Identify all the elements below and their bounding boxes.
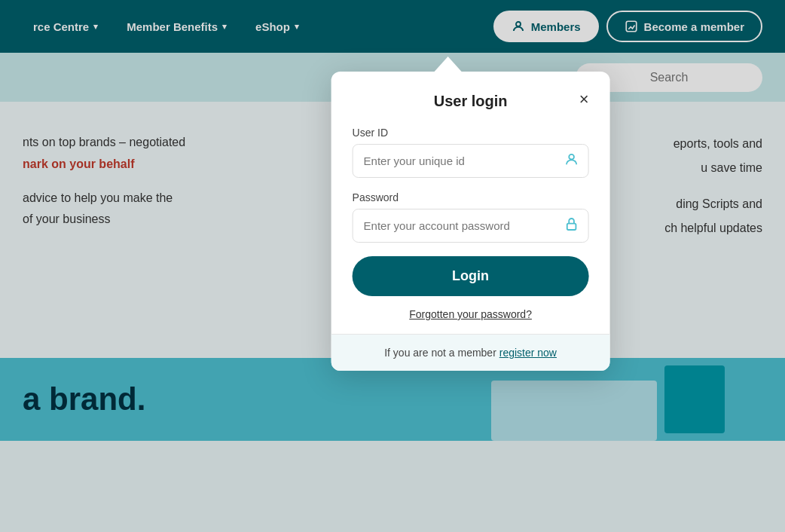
password-form-group: Password [353, 191, 589, 243]
userid-label: User ID [353, 127, 589, 139]
lock-icon [564, 216, 579, 235]
register-now-link[interactable]: register now [499, 347, 557, 359]
modal-arrow [435, 57, 462, 72]
svg-point-2 [569, 154, 574, 159]
userid-form-group: User ID [353, 127, 589, 178]
password-input[interactable] [353, 209, 589, 243]
user-icon [564, 151, 579, 170]
modal-header: User login × [353, 93, 589, 110]
modal-close-button[interactable]: × [579, 91, 589, 108]
login-modal: User login × User ID Password [331, 72, 610, 371]
modal-title: User login [434, 93, 508, 110]
forgot-password-link[interactable]: Forgotten your password? [353, 308, 589, 320]
password-label: Password [353, 191, 589, 203]
svg-rect-3 [567, 223, 576, 229]
login-button[interactable]: Login [353, 256, 589, 296]
modal-footer: If you are not a member register now [331, 334, 610, 371]
login-modal-wrapper: User login × User ID Password [331, 57, 610, 371]
modal-footer-text: If you are not a member [384, 347, 499, 359]
userid-input[interactable] [353, 144, 589, 178]
userid-input-wrap [353, 144, 589, 178]
password-input-wrap [353, 209, 589, 243]
